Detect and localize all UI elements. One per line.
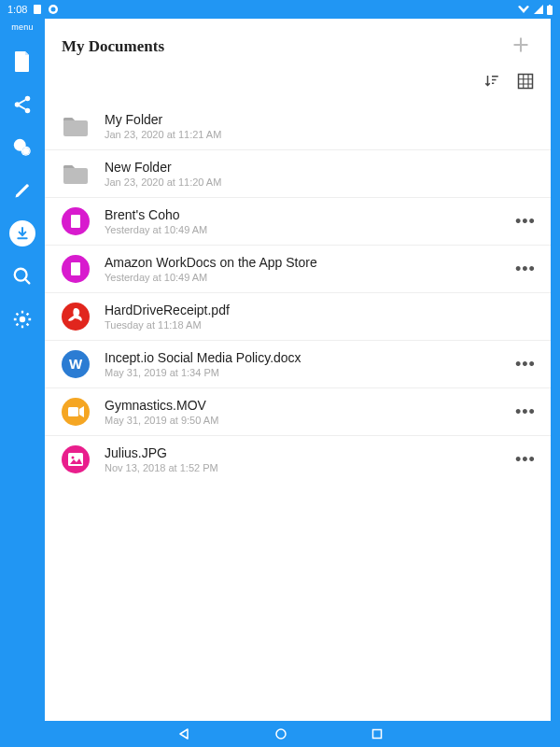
document-list[interactable]: My FolderJan 23, 2020 at 11:21 AMNew Fol… [45,103,551,721]
folder-icon [62,160,90,188]
sidebar-search-icon[interactable] [9,263,35,289]
list-item[interactable]: Brent's CohoYesterday at 10:49 AM••• [45,198,551,246]
more-icon: ••• [515,402,536,421]
list-item-meta: Jan 23, 2020 at 11:21 AM [105,129,534,140]
svg-point-26 [72,457,75,459]
svg-rect-3 [547,6,553,15]
video-icon [62,398,90,426]
more-button[interactable]: ••• [511,451,534,468]
triangle-back-icon [177,727,190,740]
sidebar-chat-icon[interactable] [9,134,35,161]
sidebar-documents-icon[interactable] [9,49,35,75]
list-item-text: HardDriveReceipt.pdfTuesday at 11:18 AM [105,303,534,331]
svg-point-27 [276,729,286,739]
status-bar: 1:08 [0,0,560,19]
sidebar-share-icon[interactable] [9,92,35,118]
list-item-meta: Yesterday at 10:49 AM [105,224,497,235]
list-item[interactable]: HardDriveReceipt.pdfTuesday at 11:18 AM [45,293,551,341]
list-item[interactable]: Julius.JPGNov 13, 2018 at 1:52 PM••• [45,436,551,483]
list-item-text: Brent's CohoYesterday at 10:49 AM [105,207,497,235]
svg-rect-28 [373,730,382,739]
status-time: 1:08 [7,4,27,15]
list-item-name: New Folder [105,160,534,175]
more-icon: ••• [515,212,536,231]
svg-rect-23 [68,407,78,416]
circle-home-icon [274,727,287,740]
android-navbar [0,721,560,747]
pdf-icon [62,303,90,331]
sidebar-download-icon[interactable] [9,220,35,247]
grid-icon [517,73,534,90]
list-item-text: Amazon WorkDocs on the App StoreYesterda… [105,255,497,283]
svg-rect-0 [34,5,41,14]
list-item[interactable]: WIncept.io Social Media Policy.docxMay 3… [45,341,551,388]
list-item[interactable]: New FolderJan 23, 2020 at 11:20 AM [45,150,551,198]
svg-rect-18 [71,262,80,275]
list-item-text: Incept.io Social Media Policy.docxMay 31… [105,350,497,378]
list-item-meta: Yesterday at 10:49 AM [105,272,497,283]
status-right [517,5,553,15]
svg-point-11 [22,148,29,154]
svg-point-7 [25,108,31,114]
battery-icon [547,5,553,15]
add-button[interactable] [508,32,534,62]
more-button[interactable]: ••• [511,403,534,420]
square-recent-icon [371,728,383,740]
status-app-icon [48,4,59,15]
list-item-name: Julius.JPG [105,445,497,460]
more-button[interactable]: ••• [511,356,534,373]
more-icon: ••• [515,260,536,278]
svg-rect-14 [519,75,533,89]
list-item-meta: Tuesday at 11:18 AM [105,319,534,331]
doc-magenta-icon [62,255,90,283]
image-icon [62,445,90,473]
list-item-name: HardDriveReceipt.pdf [105,303,534,317]
status-card-icon [33,4,42,15]
list-item-text: New FolderJan 23, 2020 at 11:20 AM [105,160,534,188]
doc-magenta-icon [62,207,90,235]
list-item-name: Incept.io Social Media Policy.docx [105,350,497,365]
signal-icon [534,5,543,14]
list-item-name: My Folder [105,112,534,127]
sidebar: menu [0,19,45,721]
toolbar [45,67,551,103]
sidebar-edit-icon[interactable] [9,177,35,204]
svg-point-13 [20,317,25,322]
svg-point-2 [51,7,56,12]
nav-home-button[interactable] [274,727,287,740]
svg-rect-4 [549,5,551,7]
svg-text:W: W [69,356,83,372]
list-item[interactable]: My FolderJan 23, 2020 at 11:21 AM [45,103,551,150]
nav-back-button[interactable] [177,727,190,740]
svg-point-5 [25,96,31,102]
list-item-meta: May 31, 2019 at 1:34 PM [105,367,497,378]
svg-rect-16 [71,215,80,228]
header: My Documents [45,19,551,67]
status-left: 1:08 [7,4,59,15]
list-item-name: Brent's Coho [105,207,497,222]
main-panel: My Documents My FolderJan 23, 2020 at 11… [45,19,551,721]
list-item[interactable]: Amazon WorkDocs on the App StoreYesterda… [45,246,551,293]
list-item-name: Gymnastics.MOV [105,398,497,413]
list-item-meta: May 31, 2019 at 9:50 AM [105,415,497,426]
svg-point-6 [15,102,21,107]
nav-recent-button[interactable] [371,728,383,740]
list-item-meta: Jan 23, 2020 at 11:20 AM [105,176,534,188]
list-item-text: My FolderJan 23, 2020 at 11:21 AM [105,112,534,140]
list-item-name: Amazon WorkDocs on the App Store [105,255,497,270]
sort-button[interactable] [483,73,500,93]
list-item-meta: Nov 13, 2018 at 1:52 PM [105,462,497,473]
more-button[interactable]: ••• [511,213,534,230]
list-item-text: Gymnastics.MOVMay 31, 2019 at 9:50 AM [105,398,497,426]
list-item[interactable]: Gymnastics.MOVMay 31, 2019 at 9:50 AM••• [45,388,551,436]
grid-view-button[interactable] [517,73,534,93]
page-title: My Documents [62,37,164,56]
wifi-icon [517,5,530,14]
more-icon: ••• [515,450,536,469]
more-button[interactable]: ••• [511,261,534,277]
sidebar-settings-icon[interactable] [9,306,35,332]
more-icon: ••• [515,355,536,374]
menu-label[interactable]: menu [11,22,34,32]
sort-icon [483,73,500,90]
folder-icon [62,112,90,140]
